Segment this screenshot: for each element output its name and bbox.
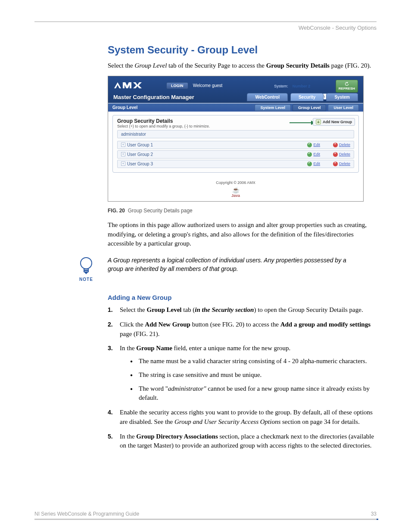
java-logo: ☕ Java (108, 187, 363, 201)
text-bold: Group Name (136, 345, 172, 352)
expand-icon[interactable]: + (121, 143, 125, 147)
add-new-group-button[interactable]: + Add New Group (313, 118, 355, 126)
group-row[interactable]: + User Group 2 Edit Delete (117, 150, 354, 159)
step-item: In the Group Directory Associations sect… (108, 432, 377, 451)
text: In the (120, 433, 136, 440)
subtab-group-level[interactable]: Group Level (293, 104, 327, 111)
delete-icon (333, 152, 338, 157)
caption-text: Group Security Details page (128, 208, 193, 214)
amx-logo (113, 81, 152, 91)
text-italic-bold: in the Security section (195, 306, 254, 313)
text: button (see FIG. 20) to access the (190, 321, 280, 328)
text: ) to open the Group Security Details pag… (254, 306, 363, 313)
subtab-system-level[interactable]: System Level (255, 104, 291, 111)
delete-icon (333, 143, 338, 147)
text-italic: administrator" (168, 385, 206, 392)
text-italic: Group Level (134, 62, 167, 69)
subtab-user-level[interactable]: User Level (328, 104, 359, 111)
check-icon (307, 152, 312, 157)
system-label: System: (274, 84, 288, 88)
step-item: Select the Group Level tab (in the Secur… (108, 305, 377, 315)
text-bold: Group Level (146, 306, 181, 313)
text: Select the (108, 62, 134, 69)
step-item: Enable the security access rights you wa… (108, 408, 377, 427)
intro-paragraph: Select the Group Level tab of the Securi… (108, 61, 377, 71)
footer-left: NI Series WebConsole & Programming Guide (34, 511, 139, 517)
header-section: WebConsole - Security Options (34, 25, 377, 31)
system-value: Number 2 (290, 84, 333, 89)
subsection-title: Adding a New Group (108, 294, 377, 301)
edit-label: Edit (313, 143, 320, 147)
text-italic: Group and User Security Access Options (174, 418, 280, 425)
svg-rect-6 (84, 269, 88, 270)
page-number: 33 (371, 511, 377, 517)
step-item: In the Group Name field, enter a unique … (108, 344, 377, 403)
edit-button[interactable]: Edit (307, 152, 320, 157)
refresh-label: REFRESH (339, 87, 355, 90)
group-security-panel: Group Security Details Select (+) to ope… (112, 115, 359, 173)
text-bold: Add a group and modify settings (280, 321, 371, 328)
text: The word " (139, 385, 168, 392)
expand-icon[interactable]: + (121, 152, 125, 156)
delete-icon (333, 162, 338, 166)
figure-caption: FIG. 20 Group Security Details page (108, 208, 377, 214)
page-footer: NI Series WebConsole & Programming Guide… (34, 511, 377, 520)
svg-point-5 (81, 258, 92, 269)
arrow-annotation (290, 120, 315, 127)
edit-button[interactable]: Edit (307, 162, 320, 166)
check-icon (307, 143, 312, 147)
svg-rect-7 (84, 271, 88, 272)
text: Click the (120, 321, 145, 328)
delete-label: Delete (339, 152, 350, 156)
text-bold: Add New Group (145, 321, 190, 328)
note-text: A Group represents a logical collection … (108, 256, 377, 273)
check-icon (307, 162, 312, 166)
group-name: User Group 3 (127, 162, 294, 166)
refresh-button[interactable]: REFRESH (336, 80, 358, 93)
bullet-item: The name must be a valid character strin… (130, 357, 377, 366)
group-row[interactable]: + User Group 1 Edit Delete (117, 141, 354, 149)
paragraph: The options in this page allow authorize… (108, 221, 377, 249)
app-subtitle: Master Configuration Manager (113, 94, 194, 100)
bullet-item: The word "administrator" cannot be used … (130, 384, 377, 403)
group-row[interactable]: + User Group 3 Edit Delete (117, 160, 354, 168)
step-item: Click the Add New Group button (see FIG.… (108, 320, 377, 339)
login-button[interactable]: LOGIN (166, 82, 188, 89)
copyright-text: Copyright © 2006 AMX (108, 177, 363, 187)
text: Select the (120, 306, 146, 313)
text: In the (120, 345, 136, 352)
delete-label: Delete (339, 143, 350, 147)
plus-icon: + (316, 119, 321, 124)
tab-webcontrol[interactable]: WebControl (247, 93, 287, 101)
breadcrumb-bar: Group Level System Level Group Level Use… (108, 103, 363, 112)
group-name: User Group 1 (127, 143, 294, 147)
edit-label: Edit (313, 152, 320, 156)
text-bold: Group Security Details (266, 62, 330, 69)
text: field, enter a unique name for the new g… (172, 345, 290, 352)
note-icon: NOTE (73, 256, 99, 282)
add-group-label: Add New Group (323, 120, 352, 124)
delete-button[interactable]: Delete (333, 143, 350, 147)
delete-button[interactable]: Delete (333, 162, 350, 166)
welcome-text: Welcome guest (193, 83, 223, 88)
java-label: Java (108, 193, 363, 198)
svg-marker-1 (123, 82, 131, 88)
note-label: NOTE (73, 277, 99, 282)
text: page (FIG. 20). (330, 62, 371, 69)
edit-button[interactable]: Edit (307, 143, 320, 147)
edit-label: Edit (313, 162, 320, 166)
tab-system[interactable]: System (326, 93, 358, 101)
breadcrumb-label: Group Level (112, 105, 137, 110)
delete-button[interactable]: Delete (333, 152, 350, 157)
delete-label: Delete (339, 162, 350, 166)
group-row-administrator[interactable]: administrator (117, 130, 354, 138)
bullet-item: The string is case sensitive and must be… (130, 370, 377, 380)
text: tab of the Security Page to access the (167, 62, 266, 69)
expand-icon[interactable]: + (121, 162, 125, 166)
caption-label: FIG. 20 (108, 208, 125, 214)
text: section on page 34 for details. (280, 418, 360, 425)
svg-marker-2 (133, 82, 142, 88)
text: page (FIG. 21). (120, 330, 159, 337)
group-name: User Group 2 (127, 152, 294, 157)
tab-security[interactable]: Security (290, 93, 324, 101)
